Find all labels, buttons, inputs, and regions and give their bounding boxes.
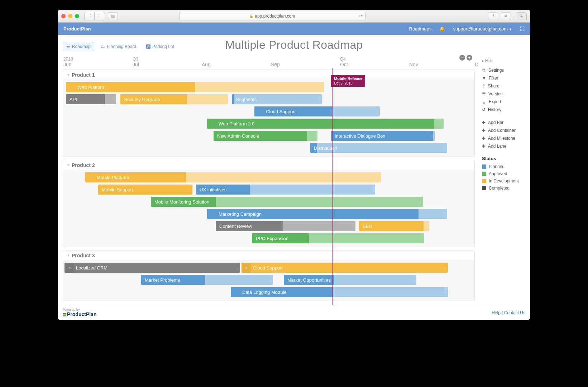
chevron-right-icon[interactable]: › bbox=[242, 263, 251, 273]
tab-roadmap[interactable]: ☰Roadmap bbox=[63, 42, 94, 51]
sidebar-item-add-bar[interactable]: ✚Add Bar bbox=[482, 119, 527, 126]
sidebar-item-version[interactable]: ☰Version bbox=[482, 90, 527, 98]
legend-in-development[interactable]: In Development bbox=[482, 177, 527, 185]
bar-market-opps[interactable]: Market Opportunities bbox=[284, 275, 416, 285]
bar-new-admin-console[interactable]: New Admin Console bbox=[214, 131, 317, 141]
bar-mobile-support[interactable]: Mobile Support bbox=[98, 185, 192, 195]
nav-roadmaps[interactable]: Roadmaps bbox=[409, 26, 432, 32]
bar-marketing[interactable]: ▾Marketing Campaign bbox=[207, 209, 447, 219]
sidebar-item-add-lane[interactable]: ✚Add Lane bbox=[482, 142, 527, 150]
bar-ux-initiatives[interactable]: UX initiatives bbox=[196, 185, 375, 195]
plus-icon: ✚ bbox=[482, 136, 486, 141]
legend-approved[interactable]: Approved bbox=[482, 170, 527, 177]
bar-label: Security Upgrade bbox=[124, 97, 160, 102]
sidebar-item-settings[interactable]: ⚙Settings bbox=[482, 66, 527, 74]
sidebar-item-add-milestone[interactable]: ✚Add Milestone bbox=[482, 134, 527, 142]
lane-header-product-3[interactable]: ▾Product 3 bbox=[63, 250, 474, 261]
lane-title-1: Product 1 bbox=[72, 72, 95, 78]
label-month-sep: Sep bbox=[271, 62, 340, 67]
legend-completed[interactable]: Completed bbox=[482, 185, 527, 192]
label-month-nov: Nov bbox=[409, 62, 478, 67]
parking-icon: P bbox=[146, 44, 150, 49]
bar-label: SEO bbox=[363, 224, 372, 229]
legend-swatch bbox=[482, 172, 486, 176]
plus-icon: ✚ bbox=[482, 120, 486, 125]
notifications-icon[interactable]: 🔔 bbox=[439, 26, 445, 32]
legend-swatch bbox=[482, 179, 486, 183]
sidebar-item-add-container[interactable]: ✚Add Container bbox=[482, 126, 527, 134]
sidebar-toggle-button[interactable]: ▥ bbox=[108, 12, 118, 20]
window-controls bbox=[61, 14, 79, 18]
tab-planning-board[interactable]: 🗂Planning Board bbox=[97, 42, 140, 51]
address-bar[interactable]: 🔒 app.productplan.com ⟳ bbox=[179, 12, 365, 20]
bar-cloud-support[interactable]: ›Cloud Support bbox=[254, 106, 380, 116]
hide-sidebar-button[interactable]: ▸Hide bbox=[482, 59, 527, 63]
legend-label: Completed bbox=[489, 186, 510, 191]
sidebar-item-history[interactable]: ↺History bbox=[482, 106, 527, 114]
footer-link-contact[interactable]: Contact Us bbox=[504, 310, 525, 315]
fullscreen-icon[interactable]: ⛶ bbox=[520, 26, 525, 32]
bar-segments[interactable]: Segments bbox=[232, 94, 322, 104]
bar-label: New Admin Console bbox=[217, 133, 259, 139]
new-tab-button[interactable]: + bbox=[517, 12, 527, 20]
footer-logo[interactable]: ProductPlan bbox=[63, 312, 96, 317]
logo-stripes-icon bbox=[63, 313, 66, 316]
legend-label: In Development bbox=[489, 178, 519, 183]
bar-content-review[interactable]: Content Review bbox=[216, 221, 355, 231]
tabs-button[interactable]: ⧉ bbox=[501, 12, 511, 20]
bar-web-platform-2[interactable]: ▾Web Platform 2.0 bbox=[207, 119, 444, 129]
url-text: app.productplan.com bbox=[255, 14, 295, 19]
legend-planned[interactable]: Planned bbox=[482, 163, 527, 170]
share-button[interactable]: ⇪ bbox=[488, 12, 498, 20]
tab-parking-lot[interactable]: PParking Lot bbox=[143, 42, 178, 51]
bar-label: Segments bbox=[236, 97, 257, 102]
forward-button[interactable]: 〉 bbox=[95, 12, 105, 20]
bar-ppc[interactable]: PPC Expansion bbox=[252, 233, 424, 243]
footer-links: Help | Contact Us bbox=[492, 310, 525, 315]
milestone-flag[interactable]: Mobile Release Oct 9, 2018 bbox=[331, 75, 365, 87]
minimize-icon[interactable] bbox=[68, 14, 72, 18]
chevron-right-icon[interactable]: › bbox=[64, 263, 74, 273]
sidebar-label: Version bbox=[488, 91, 503, 96]
bar-data-logging[interactable]: ›Data Logging Module bbox=[231, 287, 448, 297]
brand-logo[interactable]: ProductPlan bbox=[63, 26, 91, 32]
legend-label: Planned bbox=[489, 164, 505, 169]
chevron-down-icon: ▾ bbox=[67, 163, 70, 167]
sidebar-label: History bbox=[488, 107, 501, 112]
bar-web-platform[interactable]: ▾Web Platform bbox=[66, 82, 324, 92]
bar-label: Localized CRM bbox=[76, 265, 107, 271]
lane-header-product-2[interactable]: ▾Product 2 bbox=[63, 160, 474, 170]
user-menu[interactable]: support@productplan.com▼ bbox=[453, 26, 512, 32]
label-q4: Q4 bbox=[340, 57, 409, 62]
tab-roadmap-label: Roadmap bbox=[72, 44, 91, 49]
bar-distribution[interactable]: Distribution bbox=[310, 143, 447, 153]
bar-seo[interactable]: SEO bbox=[359, 221, 429, 231]
status-heading: Status bbox=[482, 156, 527, 161]
bar-dialogue-box[interactable]: Interactive Dialogue Box bbox=[331, 131, 435, 141]
bar-monitoring[interactable]: Mobile Monitoring Solution bbox=[151, 197, 423, 207]
bar-localized-crm[interactable]: ›Localized CRM bbox=[64, 263, 240, 273]
sidebar-item-share[interactable]: ⇪Share bbox=[482, 82, 527, 90]
back-button[interactable]: 〈 bbox=[85, 12, 95, 20]
lane-product-1: ▾Product 1 ▾Web Platform API Security Up… bbox=[63, 70, 475, 157]
chevron-down-icon: ▼ bbox=[509, 28, 512, 31]
bar-p3-cloud-support[interactable]: ›Cloud Support bbox=[242, 263, 448, 273]
user-email: support@productplan.com bbox=[453, 26, 508, 32]
bar-label: Data Logging Module bbox=[242, 290, 287, 295]
footer-link-help[interactable]: Help bbox=[492, 310, 501, 315]
zoom-icon[interactable] bbox=[75, 14, 79, 18]
label-month-aug: Aug bbox=[202, 62, 271, 67]
sidebar-item-export[interactable]: ⭳Export bbox=[482, 98, 527, 106]
close-icon[interactable] bbox=[61, 14, 66, 18]
bar-api[interactable]: API bbox=[66, 94, 116, 104]
browser-titlebar: 〈 〉 ▥ 🔒 app.productplan.com ⟳ ⇪ ⧉ + bbox=[58, 10, 530, 23]
lane-header-product-1[interactable]: ▾Product 1 bbox=[63, 70, 474, 80]
version-icon: ☰ bbox=[482, 91, 486, 96]
label-month-jun: Jun bbox=[63, 62, 133, 67]
bar-mobile-platform[interactable]: ▾Mobile Platform bbox=[85, 172, 381, 182]
bar-market-problems[interactable]: Market Problems bbox=[141, 275, 273, 285]
reload-icon[interactable]: ⟳ bbox=[359, 14, 363, 19]
bar-security-upgrade[interactable]: Security Upgrade bbox=[120, 94, 228, 104]
tab-parking-label: Parking Lot bbox=[152, 44, 174, 49]
sidebar-item-filter[interactable]: ▼Filter bbox=[482, 74, 527, 82]
